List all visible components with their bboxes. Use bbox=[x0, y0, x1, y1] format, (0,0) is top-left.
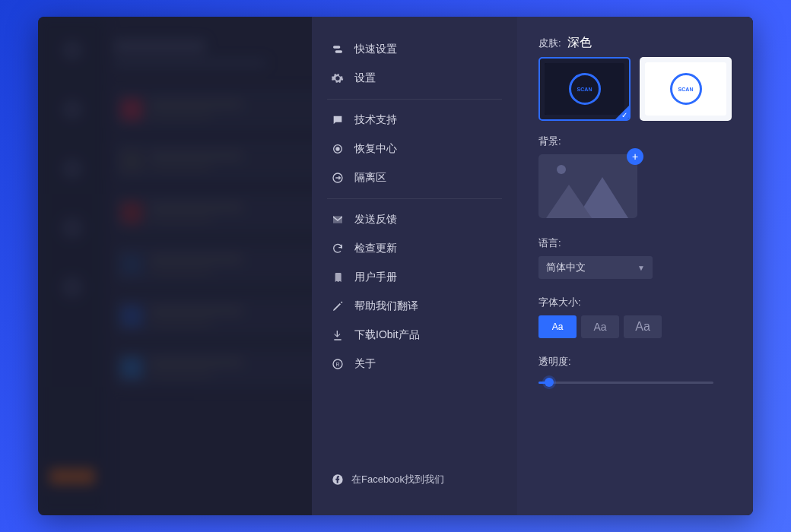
menu-label: 检查更新 bbox=[354, 242, 397, 255]
theme-light[interactable]: SCAN bbox=[640, 57, 732, 121]
pencil-icon bbox=[332, 300, 344, 312]
menu-label: 用户手册 bbox=[354, 271, 397, 284]
menu-quick-settings[interactable]: 快速设置 bbox=[312, 35, 517, 64]
menu-label: 设置 bbox=[354, 71, 376, 85]
menu-panel: 快速设置 设置 技术支持 恢复中心 隔离区 bbox=[312, 17, 517, 515]
slider-track bbox=[538, 382, 713, 384]
app-window: 快速设置 设置 技术支持 恢复中心 隔离区 bbox=[38, 17, 753, 515]
chevron-down-icon: ▼ bbox=[637, 264, 645, 272]
menu-settings[interactable]: 设置 bbox=[312, 64, 517, 93]
language-label: 语言: bbox=[538, 236, 732, 250]
skin-label: 皮肤: bbox=[538, 36, 561, 50]
overlay-spacer[interactable] bbox=[38, 17, 312, 515]
about-icon: R bbox=[332, 358, 344, 370]
background-thumb[interactable] bbox=[538, 154, 637, 218]
font-size-large[interactable]: Aa bbox=[624, 315, 662, 338]
menu-check-update[interactable]: 检查更新 bbox=[312, 234, 517, 263]
toggle-icon bbox=[332, 43, 344, 55]
separator bbox=[327, 99, 502, 100]
settings-overlay: 快速设置 设置 技术支持 恢复中心 隔离区 bbox=[38, 17, 753, 515]
menu-translate[interactable]: 帮助我们翻译 bbox=[312, 292, 517, 321]
refresh-icon bbox=[332, 242, 344, 255]
theme-row: SCAN SCAN bbox=[538, 57, 732, 121]
menu-restore[interactable]: 恢复中心 bbox=[312, 135, 517, 163]
menu-label: 下载IObit产品 bbox=[354, 328, 420, 342]
font-size-small[interactable]: Aa bbox=[538, 315, 577, 338]
plus-icon: + bbox=[632, 150, 638, 163]
svg-point-3 bbox=[336, 147, 339, 150]
separator bbox=[327, 198, 502, 199]
language-select[interactable]: 简体中文 ▼ bbox=[538, 256, 653, 279]
menu-label: 隔离区 bbox=[354, 171, 386, 185]
menu-quarantine[interactable]: 隔离区 bbox=[312, 163, 517, 192]
scan-text: SCAN bbox=[670, 73, 702, 105]
mail-icon bbox=[332, 214, 344, 226]
font-size-label: 字体大小: bbox=[538, 296, 732, 309]
skin-label-row: 皮肤: 深色 bbox=[538, 35, 732, 51]
scan-text: SCAN bbox=[569, 73, 601, 105]
theme-dark[interactable]: SCAN bbox=[538, 57, 631, 121]
opacity-label: 透明度: bbox=[538, 355, 732, 369]
book-icon bbox=[332, 271, 344, 283]
svg-text:R: R bbox=[336, 362, 340, 367]
menu-label: 帮助我们翻译 bbox=[354, 299, 418, 313]
menu-about[interactable]: R 关于 bbox=[312, 350, 517, 378]
background-wrap: + bbox=[538, 154, 637, 218]
add-background-button[interactable]: + bbox=[627, 148, 643, 165]
restore-icon bbox=[332, 143, 344, 155]
skin-value: 深色 bbox=[567, 35, 592, 51]
menu-feedback[interactable]: 发送反馈 bbox=[312, 205, 517, 234]
check-icon bbox=[615, 106, 629, 119]
opacity-slider[interactable] bbox=[538, 375, 713, 390]
menu-label: 快速设置 bbox=[354, 43, 397, 56]
settings-panel: 皮肤: 深色 SCAN SCAN 背景: bbox=[517, 17, 753, 515]
menu-label: 技术支持 bbox=[354, 113, 397, 127]
quarantine-icon bbox=[332, 172, 344, 184]
download-icon bbox=[332, 329, 344, 341]
facebook-label: 在Facebook找到我们 bbox=[351, 473, 444, 486]
menu-label: 恢复中心 bbox=[354, 142, 397, 156]
language-value: 简体中文 bbox=[546, 261, 586, 274]
font-size-row: Aa Aa Aa bbox=[538, 315, 732, 338]
font-size-medium[interactable]: Aa bbox=[581, 315, 619, 338]
menu-download[interactable]: 下载IObit产品 bbox=[312, 321, 517, 350]
gear-icon bbox=[332, 72, 344, 84]
slider-thumb[interactable] bbox=[545, 378, 554, 387]
chat-icon bbox=[332, 114, 344, 126]
menu-support[interactable]: 技术支持 bbox=[312, 106, 517, 135]
facebook-link[interactable]: 在Facebook找到我们 bbox=[312, 462, 517, 497]
facebook-icon bbox=[332, 473, 344, 486]
menu-label: 关于 bbox=[354, 357, 376, 371]
svg-rect-1 bbox=[335, 50, 342, 52]
menu-manual[interactable]: 用户手册 bbox=[312, 263, 517, 292]
menu-label: 发送反馈 bbox=[354, 213, 397, 226]
svg-rect-0 bbox=[333, 46, 340, 48]
background-label: 背景: bbox=[538, 135, 732, 148]
